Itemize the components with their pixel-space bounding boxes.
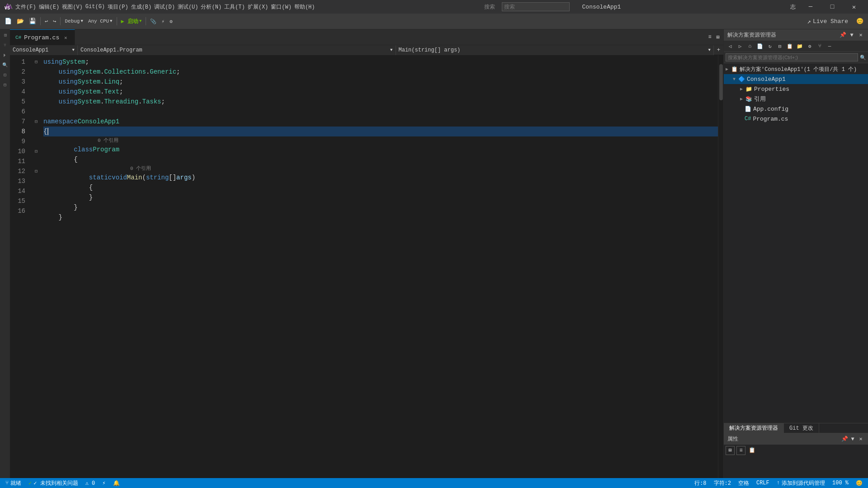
save-btn[interactable]: 💾 <box>27 16 38 27</box>
title-bar-menu-tools: 工具(T) <box>224 3 245 11</box>
code-editor[interactable]: using System; using System.Collections.G… <box>40 55 718 478</box>
new-project-btn[interactable]: 📄 <box>3 16 14 27</box>
code-container: 1 2 3 4 5 6 7 8 9 10 11 12 13 14 15 16 <box>10 55 723 478</box>
code-line-10: { <box>43 155 718 164</box>
tree-item-references[interactable]: ▶ 📚 引用 <box>724 94 868 104</box>
tree-item-properties[interactable]: ▶ 📁 Properties <box>724 84 868 94</box>
undo-btn[interactable]: ↩ <box>43 16 50 27</box>
status-line-ending[interactable]: CRLF <box>755 478 771 488</box>
activity-git[interactable]: ⑂ <box>1 41 9 49</box>
status-col[interactable]: 字符:2 <box>712 478 733 488</box>
tree-item-solution[interactable]: ▶ 📋 解决方案'ConsoleApp1'(1 个项目/共 1 个) <box>724 64 868 74</box>
status-bar-left: ⑂ 就绪 ✓ ✓ 未找到相关问题 ⚠ 0 ⚡ 🔔 <box>4 478 122 488</box>
status-spaces-label: 空格 <box>738 479 749 487</box>
collapse-gutter: ⊟ ⊟ ⊟ ⊟ <box>33 55 40 478</box>
status-messages-btn[interactable]: ⚡ <box>100 478 107 488</box>
toolbar: 📄 📂 💾 ↩ ↪ Debug ▼ Any CPU ▼ ▶ 启动 ▼ 📎 ⚡ ⚙… <box>0 14 868 29</box>
activity-search[interactable]: 🔍 <box>1 61 9 69</box>
nav-method-dropdown[interactable]: Main(string[] args) ▼ <box>396 45 714 55</box>
se-preview-btn[interactable]: — <box>825 42 834 51</box>
properties-pin-btn[interactable]: 📌 <box>841 436 848 443</box>
se-collapse-btn[interactable]: ⊟ <box>775 42 784 51</box>
minimize-button[interactable]: ─ <box>800 0 821 14</box>
svg-text:VS: VS <box>5 6 10 11</box>
activity-extensions[interactable]: ⊟ <box>1 81 9 89</box>
nav-project-dropdown[interactable]: ConsoleApp1 ▼ <box>10 45 78 55</box>
line-num-8: 8 <box>10 127 33 136</box>
properties-close-btn[interactable]: ✕ <box>857 436 864 443</box>
status-add-source[interactable]: ↑ 添加到源代码管理 <box>775 478 827 488</box>
collapse-11[interactable]: ⊟ <box>33 166 40 176</box>
maximize-button[interactable]: □ <box>822 0 843 14</box>
status-line[interactable]: 行:8 <box>693 478 708 488</box>
tab-close-program-cs[interactable]: ✕ <box>62 34 69 41</box>
line-num-11: 11 <box>10 156 33 166</box>
redo-btn[interactable]: ↪ <box>51 16 58 27</box>
status-branch-btn[interactable]: ⑂ 就绪 <box>4 478 23 488</box>
prop-alphabetical-btn[interactable]: ≡ <box>736 446 745 455</box>
se-home-btn[interactable]: ⌂ <box>745 42 755 51</box>
properties-header: 属性 📌 ▼ ✕ <box>724 433 868 445</box>
scrollbar-thumb[interactable] <box>719 64 723 100</box>
code-line-3: using System.Linq; <box>43 77 718 87</box>
se-properties-btn[interactable]: 📋 <box>785 42 794 51</box>
activity-solution-explorer[interactable]: ⊞ <box>1 31 9 39</box>
code-line-5: using System.Threading.Tasks; <box>43 97 718 107</box>
editor-area: C# Program.cs ✕ ≡ ⊞ ConsoleApp1 ▼ Consol… <box>10 29 723 478</box>
close-button[interactable]: ✕ <box>844 0 864 14</box>
attach-btn[interactable]: 📎 <box>148 16 158 27</box>
se-close-btn[interactable]: ✕ <box>857 32 864 39</box>
se-menu-btn[interactable]: ▼ <box>848 32 855 39</box>
properties-menu-btn[interactable]: ▼ <box>849 436 856 443</box>
prop-categorized-btn[interactable]: ⊞ <box>726 446 735 455</box>
solution-configs-btn[interactable]: Debug ▼ <box>63 16 85 27</box>
start-btn[interactable]: ▶ 启动 ▼ <box>119 16 144 27</box>
live-share-button[interactable]: ↗ Live Share <box>804 17 852 26</box>
status-zoom[interactable]: 100 % <box>830 478 850 488</box>
se-refresh-btn[interactable]: ↻ <box>765 42 774 51</box>
open-btn[interactable]: 📂 <box>15 16 26 27</box>
se-filter-btn[interactable]: ⚙ <box>805 42 814 51</box>
nav-add-btn[interactable]: + <box>713 45 723 55</box>
line-num-16: 16 <box>10 206 33 216</box>
user-icon: 志 <box>790 3 796 11</box>
git-changes-btn[interactable]: ⚡ <box>160 16 166 27</box>
collapse-1[interactable]: ⊟ <box>33 57 40 67</box>
collapse-7[interactable]: ⊟ <box>33 117 40 127</box>
activity-debug[interactable]: ⏵ <box>1 51 9 59</box>
editor-panel-menu[interactable]: ≡ <box>706 33 713 41</box>
status-warnings-btn[interactable]: ⚠ 0 <box>84 478 97 488</box>
tree-item-consoleapp1[interactable]: ▼ 🔷 ConsoleApp1 <box>724 74 868 84</box>
tab-solution-explorer[interactable]: 解决方案资源管理器 <box>724 423 784 433</box>
se-show-files-btn[interactable]: 📁 <box>795 42 804 51</box>
se-search-icon[interactable]: 🔍 <box>860 55 866 61</box>
tree-item-programcs[interactable]: C# Program.cs <box>724 114 868 124</box>
feedback-btn[interactable]: 😊 <box>854 16 865 27</box>
se-search-input[interactable] <box>726 53 858 61</box>
se-new-solution-btn[interactable]: 📄 <box>755 42 764 51</box>
code-line-8: { <box>43 127 718 136</box>
format-btn[interactable]: ⚙ <box>168 16 175 27</box>
se-git-btn[interactable]: ⑂ <box>815 42 824 51</box>
collapse-9[interactable]: ⊟ <box>33 146 40 156</box>
search-input[interactable] <box>502 2 570 11</box>
vertical-scrollbar[interactable] <box>718 55 723 478</box>
platform-config-btn[interactable]: Any CPU ▼ <box>86 16 114 27</box>
status-notifications-btn[interactable]: 🔔 <box>111 478 122 488</box>
status-bar-right: 行:8 字符:2 空格 CRLF ↑ 添加到源代码管理 100 % 😊 <box>693 478 864 488</box>
prop-pages-btn[interactable]: 📋 <box>747 446 756 455</box>
se-forward-btn[interactable]: ▷ <box>736 42 745 51</box>
line-num-6: 6 <box>10 107 33 117</box>
status-errors-btn[interactable]: ✓ ✓ 未找到相关问题 <box>27 478 80 488</box>
tab-program-cs[interactable]: C# Program.cs ✕ <box>10 29 75 45</box>
editor-panel-expand[interactable]: ⊞ <box>714 33 722 41</box>
tree-item-appconfig[interactable]: 📄 App.config <box>724 104 868 114</box>
activity-codemap[interactable]: ⊡ <box>1 71 9 79</box>
nav-class-dropdown[interactable]: ConsoleApp1.Program ▼ <box>78 45 396 55</box>
status-spaces[interactable]: 空格 <box>736 478 751 488</box>
editor-header-controls: ≡ ⊞ <box>704 29 723 45</box>
status-feedback-btn[interactable]: 😊 <box>854 478 864 488</box>
tab-git-changes[interactable]: Git 更改 <box>784 423 819 433</box>
se-pin-btn[interactable]: 📌 <box>839 32 846 39</box>
se-back-btn[interactable]: ◁ <box>726 42 735 51</box>
